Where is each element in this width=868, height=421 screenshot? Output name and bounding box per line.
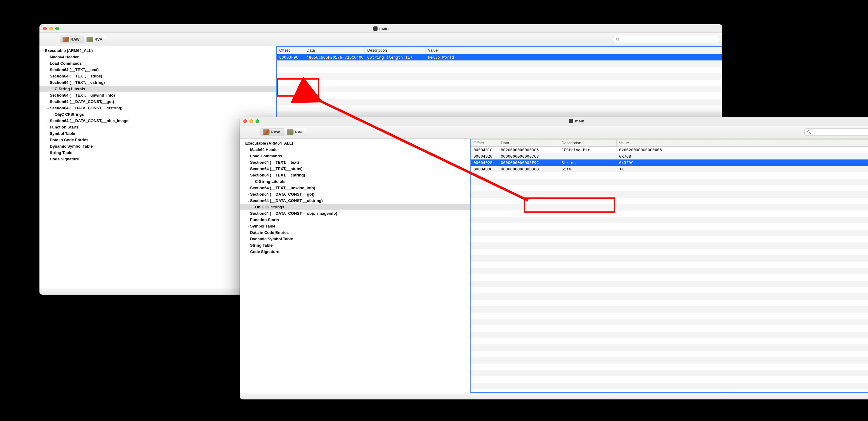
rva-mode-button[interactable]: RVA <box>84 35 106 44</box>
chevron-right-icon[interactable]: › <box>46 100 50 103</box>
search-icon <box>616 37 620 41</box>
tree-item[interactable]: Section64 (__TEXT,__text) <box>39 66 276 73</box>
detail-rows[interactable]: 000040188020000000000003CFString Ptr0x80… <box>471 147 868 392</box>
search-field[interactable] <box>804 129 868 136</box>
tree-item[interactable]: ›Section64 (__DATA_CONST,__got) <box>240 191 470 197</box>
tree-item[interactable]: Section64 (__TEXT,__unwind_info) <box>39 92 276 99</box>
chevron-down-icon[interactable]: ⌄ <box>246 199 250 202</box>
header-description[interactable]: Description <box>365 47 426 54</box>
chevron-down-icon[interactable]: ⌄ <box>41 49 45 52</box>
header-data[interactable]: Data <box>304 47 365 54</box>
minimize-button[interactable] <box>49 27 53 30</box>
chevron-down-icon[interactable]: ⌄ <box>46 81 50 84</box>
titlebar: main <box>39 24 722 33</box>
window-title: main <box>39 26 722 31</box>
table-row[interactable]: 00003F9C48656C6C6F20576F726C6400CString … <box>277 54 722 60</box>
tree-item[interactable]: ›Section64 (__DATA_CONST,__got) <box>39 99 276 105</box>
tree-item[interactable]: ⌄Section64 (__TEXT,__cstring) <box>39 79 276 86</box>
tree-item[interactable]: Section64 (__TEXT,__unwind_info) <box>240 185 470 191</box>
view-mode-segmented: RAW RVA <box>260 128 307 136</box>
titlebar: main <box>240 117 868 125</box>
cell-offset: 00003F9C <box>277 55 304 59</box>
svg-line-3 <box>810 133 811 134</box>
close-button[interactable] <box>43 27 47 30</box>
tree-root[interactable]: ⌄Executable (ARM64_ALL) <box>240 140 470 146</box>
raw-label: RAW <box>271 130 280 134</box>
chevron-right-icon[interactable]: › <box>46 132 50 135</box>
raw-mode-button[interactable]: RAW <box>260 128 284 136</box>
chevron-down-icon[interactable]: ⌄ <box>46 106 50 110</box>
cell-offset: 00004020 <box>471 154 498 159</box>
tree-item[interactable]: Section64 (__TEXT,__stubs) <box>240 166 470 172</box>
chevron-right-icon[interactable]: › <box>246 154 250 158</box>
tree-item[interactable]: ›Dynamic Symbol Table <box>240 236 470 242</box>
tree-item-selected[interactable]: C String Literals <box>39 86 276 92</box>
tree-item[interactable]: ⌄Section64 (__TEXT,__cstring) <box>240 172 470 178</box>
chevron-right-icon[interactable]: › <box>246 193 250 196</box>
tree-item[interactable]: ObjC CFStrings <box>39 111 276 117</box>
cell-value: 0x7C8 <box>617 154 868 159</box>
minimize-button[interactable] <box>249 119 253 123</box>
table-row-empty <box>471 281 868 287</box>
table-row[interactable]: 000040188020000000000003CFString Ptr0x80… <box>471 147 868 153</box>
tree-item[interactable]: ⌄Section64 (__DATA_CONST,__cfstring) <box>39 105 276 111</box>
close-button[interactable] <box>243 119 247 123</box>
raw-mode-button[interactable]: RAW <box>60 35 84 44</box>
chevron-right-icon[interactable]: › <box>46 62 50 65</box>
table-row-empty <box>277 80 722 86</box>
chevron-right-icon[interactable]: › <box>246 218 250 221</box>
search-field[interactable] <box>613 36 719 43</box>
tree-item[interactable]: ⌄Section64 (__DATA_CONST,__cfstring) <box>240 197 470 204</box>
window-footer <box>240 393 868 399</box>
svg-point-0 <box>616 38 619 40</box>
tree-item[interactable]: ›Load Commands <box>240 153 470 159</box>
search-input[interactable] <box>622 37 717 41</box>
header-offset[interactable]: Offset <box>471 139 498 146</box>
table-row[interactable]: 0000402000000000000007C80x7C8 <box>471 153 868 160</box>
tree-item[interactable]: Section64 (__TEXT,__stubs) <box>39 73 276 79</box>
tree-item[interactable]: ›Function Starts <box>240 217 470 223</box>
chevron-down-icon[interactable]: ⌄ <box>242 142 245 145</box>
tree-item[interactable]: ›Load Commands <box>39 60 276 66</box>
header-description[interactable]: Description <box>559 139 617 146</box>
table-row[interactable]: 000040280000000000003F9CString0x3F9C <box>471 160 868 166</box>
table-row[interactable]: 00004030000000000000000BSize11 <box>471 166 868 172</box>
chevron-right-icon[interactable]: › <box>246 224 250 228</box>
tree-item[interactable]: Section64 (__DATA_CONST,__objc_imageinfo… <box>240 210 470 217</box>
tree-item[interactable]: Mach64 Header <box>39 54 276 60</box>
tree-item[interactable]: C String Literals <box>240 178 470 185</box>
header-data[interactable]: Data <box>498 139 559 146</box>
table-row-empty <box>471 198 868 204</box>
column-headers: Offset Data Description Value <box>471 139 868 147</box>
tree-item-selected[interactable]: ObjC CFStrings <box>240 204 470 210</box>
chevron-right-icon[interactable]: › <box>46 125 50 129</box>
table-row-empty <box>471 230 868 236</box>
tree-item[interactable]: String Table <box>240 242 470 249</box>
chevron-down-icon[interactable]: ⌄ <box>246 173 250 177</box>
structure-tree[interactable]: ⌄Executable (ARM64_ALL) Mach64 Header ›L… <box>240 139 470 393</box>
tree-item[interactable]: ›Symbol Table <box>240 223 470 229</box>
header-value[interactable]: Value <box>617 139 868 146</box>
table-row-empty <box>471 178 868 185</box>
tree-item[interactable]: Mach64 Header <box>240 146 470 153</box>
zoom-button[interactable] <box>255 119 259 123</box>
chevron-right-icon[interactable]: › <box>46 145 50 148</box>
table-row-empty <box>471 210 868 217</box>
table-row-empty <box>471 172 868 178</box>
table-row-empty <box>471 364 868 370</box>
header-value[interactable]: Value <box>426 47 722 54</box>
table-row-empty <box>471 191 868 198</box>
tree-item[interactable]: Data in Code Entries <box>240 229 470 236</box>
chevron-right-icon[interactable]: › <box>246 237 250 241</box>
table-row-empty <box>471 319 868 325</box>
header-offset[interactable]: Offset <box>277 47 304 54</box>
table-row-empty <box>471 261 868 268</box>
tree-item[interactable]: Code Signature <box>240 249 470 255</box>
tree-root[interactable]: ⌄Executable (ARM64_ALL) <box>39 47 276 54</box>
column-headers: Offset Data Description Value <box>277 47 722 54</box>
zoom-button[interactable] <box>55 27 59 30</box>
table-row-empty <box>471 204 868 210</box>
rva-mode-button[interactable]: RVA <box>284 128 307 136</box>
tree-item[interactable]: Section64 (__TEXT,__text) <box>240 159 470 166</box>
search-input[interactable] <box>813 130 868 134</box>
